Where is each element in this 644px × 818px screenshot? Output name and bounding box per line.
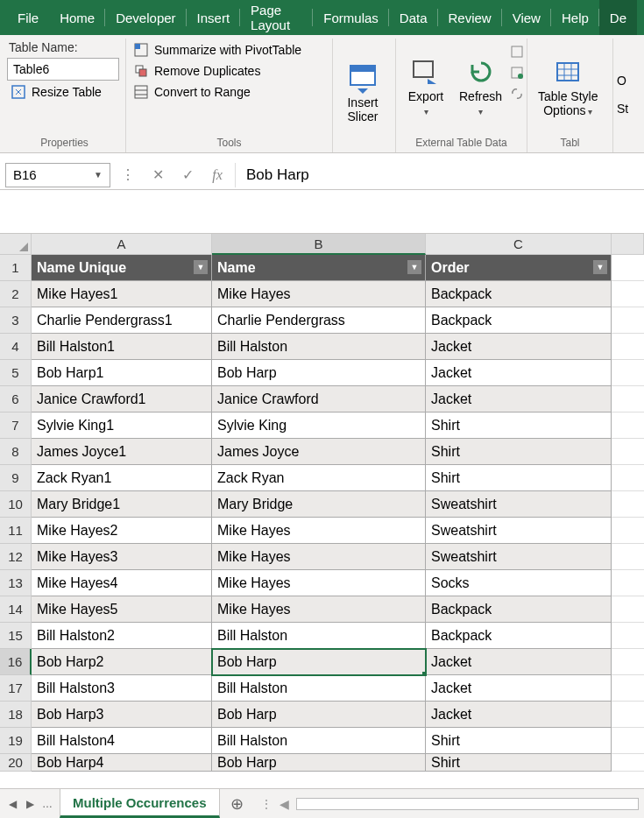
cell[interactable]: Jacket: [426, 702, 612, 728]
cell[interactable]: Jacket: [426, 675, 612, 702]
cell[interactable]: Sweatshirt: [426, 491, 612, 518]
cell[interactable]: Mike Hayes: [212, 596, 426, 623]
cell[interactable]: Mike Hayes5: [32, 596, 212, 623]
scroll-left-icon[interactable]: ◀: [280, 797, 289, 811]
row-header[interactable]: 9: [0, 465, 32, 491]
tab-file[interactable]: File: [7, 0, 49, 35]
cell[interactable]: [612, 754, 644, 772]
cell[interactable]: [612, 702, 644, 728]
tab-review[interactable]: Review: [438, 0, 502, 35]
select-all-corner[interactable]: [0, 234, 32, 255]
unlink-icon[interactable]: [509, 86, 525, 102]
row-header[interactable]: 20: [0, 754, 32, 772]
remove-duplicates-button[interactable]: Remove Duplicates: [130, 61, 305, 81]
cell[interactable]: Bob Harp4: [32, 754, 212, 772]
cell[interactable]: Bob Harp: [212, 754, 426, 772]
row-header[interactable]: 2: [0, 281, 32, 307]
cell[interactable]: Sylvie King1: [32, 413, 212, 439]
cell[interactable]: Zack Ryan: [212, 465, 426, 491]
row-header[interactable]: 1: [0, 255, 32, 281]
cell[interactable]: Jacket: [426, 360, 612, 386]
sub-icon-1[interactable]: [509, 44, 525, 60]
cell[interactable]: [612, 649, 644, 675]
sheet-tab-active[interactable]: Multiple Occurrences: [60, 788, 220, 818]
cell[interactable]: Bill Halston: [212, 334, 426, 360]
cell[interactable]: Bob Harp: [212, 649, 426, 675]
scroll-track[interactable]: [296, 798, 639, 810]
cell[interactable]: Jacket: [426, 649, 612, 675]
name-box[interactable]: B16 ▼: [5, 163, 110, 187]
convert-range-button[interactable]: Convert to Range: [130, 82, 305, 102]
cell[interactable]: Mike Hayes: [212, 281, 426, 307]
cell[interactable]: [612, 570, 644, 596]
row-header[interactable]: 15: [0, 623, 32, 649]
cell[interactable]: Backpack: [426, 596, 612, 623]
cell[interactable]: Janice Crawford: [212, 386, 426, 413]
cell[interactable]: Bill Halston: [212, 728, 426, 754]
cell[interactable]: Sweatshirt: [426, 518, 612, 544]
row-header[interactable]: 14: [0, 596, 32, 623]
cell[interactable]: [612, 360, 644, 386]
row-header[interactable]: 10: [0, 491, 32, 518]
col-header-a[interactable]: A: [32, 234, 212, 255]
cell[interactable]: [612, 675, 644, 702]
cell[interactable]: Janice Crawford1: [32, 386, 212, 413]
cell[interactable]: Zack Ryan1: [32, 465, 212, 491]
cell[interactable]: Bill Halston: [212, 623, 426, 649]
cell[interactable]: Backpack: [426, 623, 612, 649]
sheet-nav-more-icon[interactable]: …: [40, 798, 54, 810]
resize-table-button[interactable]: Resize Table: [7, 82, 119, 102]
cell[interactable]: [612, 491, 644, 518]
row-header[interactable]: 8: [0, 439, 32, 465]
filter-icon[interactable]: ▼: [407, 260, 421, 274]
row-header[interactable]: 3: [0, 307, 32, 334]
cell[interactable]: Charlie Pendergrass1: [32, 307, 212, 334]
cell[interactable]: Mike Hayes2: [32, 518, 212, 544]
summarize-pivot-button[interactable]: Summarize with PivotTable: [130, 40, 305, 60]
horizontal-scroll[interactable]: ⋮ ◀: [255, 789, 644, 818]
cell[interactable]: [612, 728, 644, 754]
row-header[interactable]: 17: [0, 675, 32, 702]
table-header[interactable]: Order▼: [426, 255, 612, 281]
cell[interactable]: [612, 334, 644, 360]
cell[interactable]: Shirt: [426, 439, 612, 465]
cell[interactable]: Charlie Pendergrass: [212, 307, 426, 334]
cell[interactable]: [612, 465, 644, 491]
cancel-icon[interactable]: ✕: [147, 166, 168, 183]
cell[interactable]: Bill Halston1: [32, 334, 212, 360]
cell[interactable]: Shirt: [426, 728, 612, 754]
table-header[interactable]: Name Unique▼: [32, 255, 212, 281]
cell[interactable]: [612, 386, 644, 413]
col-header-c[interactable]: C: [426, 234, 612, 255]
cell[interactable]: [612, 413, 644, 439]
tab-home[interactable]: Home: [49, 0, 105, 35]
cell[interactable]: Shirt: [426, 465, 612, 491]
cell[interactable]: Mike Hayes: [212, 518, 426, 544]
cell[interactable]: Bob Harp: [212, 360, 426, 386]
formula-input[interactable]: Bob Harp: [235, 163, 639, 187]
cell[interactable]: Shirt: [426, 413, 612, 439]
worksheet-grid[interactable]: A B C 1 Name Unique▼ Name▼ Order▼ 2Mike …: [0, 234, 644, 772]
filter-icon[interactable]: ▼: [194, 260, 208, 274]
new-sheet-button[interactable]: ⊕: [220, 789, 255, 818]
refresh-button[interactable]: Refresh: [452, 39, 509, 135]
sheet-nav-prev-icon[interactable]: ◀: [5, 798, 19, 810]
row-header[interactable]: 7: [0, 413, 32, 439]
more-icon[interactable]: ⋮: [117, 166, 138, 183]
cell[interactable]: Sylvie King: [212, 413, 426, 439]
cell[interactable]: Bill Halston2: [32, 623, 212, 649]
cell[interactable]: Shirt: [426, 754, 612, 772]
cell[interactable]: [612, 623, 644, 649]
cell[interactable]: Mike Hayes1: [32, 281, 212, 307]
cell[interactable]: Mike Hayes3: [32, 544, 212, 570]
cell[interactable]: [612, 439, 644, 465]
tab-formulas[interactable]: Formulas: [313, 0, 389, 35]
col-header-b[interactable]: B: [212, 234, 426, 255]
row-header[interactable]: 18: [0, 702, 32, 728]
cell[interactable]: Jacket: [426, 334, 612, 360]
tablename-input[interactable]: [7, 58, 119, 81]
table-header[interactable]: Name▼: [212, 255, 426, 281]
cell[interactable]: Socks: [426, 570, 612, 596]
cell[interactable]: Sweatshirt: [426, 544, 612, 570]
cell[interactable]: [612, 281, 644, 307]
